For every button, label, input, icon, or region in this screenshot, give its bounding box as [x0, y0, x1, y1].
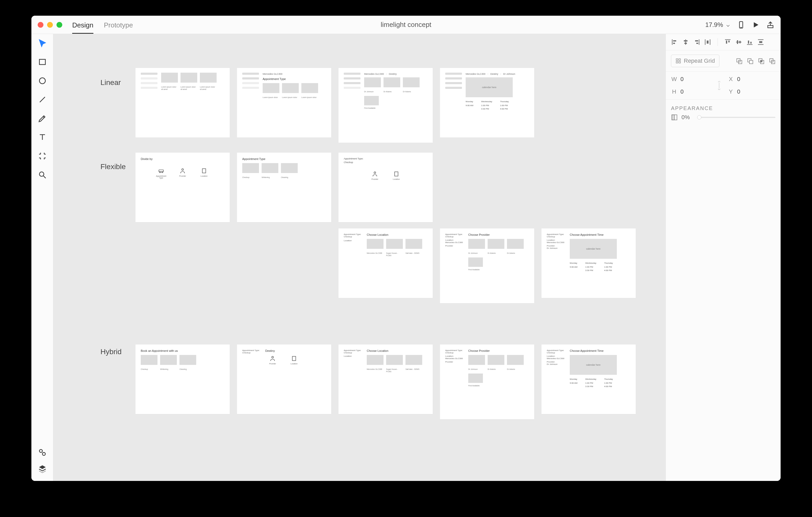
- svg-rect-49: [676, 61, 678, 63]
- boolean-subtract-icon[interactable]: [747, 58, 753, 64]
- svg-rect-14: [202, 169, 206, 173]
- boolean-exclude-icon[interactable]: [768, 58, 775, 64]
- svg-point-12: [162, 172, 163, 173]
- align-vcenter-icon[interactable]: [735, 38, 743, 46]
- svg-rect-50: [679, 61, 680, 63]
- artboard-tool-icon[interactable]: [38, 152, 47, 160]
- svg-point-9: [42, 452, 45, 455]
- artboard-linear-2[interactable]: Mercedes GLC300 Appointment Type Lorem i…: [237, 68, 331, 138]
- layers-icon[interactable]: [38, 464, 47, 473]
- section-label-linear: Linear: [100, 79, 121, 87]
- mode-tabs: Design Prototype: [72, 16, 133, 34]
- svg-rect-2: [768, 25, 773, 28]
- tab-design[interactable]: Design: [72, 21, 93, 34]
- svg-point-6: [39, 172, 44, 176]
- artboard-flex-2[interactable]: Appointment Type CheckupWhiteningCleanin…: [237, 153, 331, 222]
- artboard-flex-1[interactable]: Divide by Appointment Type Provider Loca…: [136, 153, 230, 222]
- crumb: Mercedes GLC300: [263, 73, 283, 75]
- svg-rect-28: [684, 42, 687, 44]
- y-field[interactable]: Y0: [728, 88, 776, 95]
- width-field[interactable]: W0: [671, 76, 719, 83]
- align-hcenter-icon[interactable]: [682, 38, 689, 46]
- line-tool-icon[interactable]: [38, 95, 47, 104]
- play-icon[interactable]: [752, 21, 760, 29]
- close-icon[interactable]: [38, 22, 44, 28]
- svg-rect-39: [737, 40, 738, 44]
- zoom-control[interactable]: 17.9%: [705, 21, 730, 29]
- boolean-union-icon[interactable]: [735, 58, 743, 64]
- lock-aspect-icon[interactable]: [717, 81, 722, 90]
- svg-rect-41: [747, 44, 753, 45]
- svg-point-4: [39, 78, 45, 84]
- align-left-icon[interactable]: [671, 38, 678, 46]
- zoom-icon[interactable]: [57, 22, 62, 28]
- titlebar: Design Prototype limelight concept 17.9%: [31, 16, 781, 34]
- svg-rect-35: [725, 39, 731, 40]
- artboard-linear-4[interactable]: Mercedes GLC300›Destiny›Dr Johnson calen…: [440, 68, 534, 138]
- window-controls: [38, 22, 62, 28]
- svg-rect-42: [748, 40, 749, 44]
- align-bottom-icon[interactable]: [746, 38, 753, 46]
- height-field[interactable]: H0: [671, 88, 719, 95]
- document-title: limelight concept: [381, 21, 431, 29]
- svg-rect-36: [726, 40, 727, 44]
- minimize-icon[interactable]: [47, 22, 53, 28]
- distribute-h-icon[interactable]: [704, 38, 711, 46]
- svg-rect-45: [758, 44, 763, 45]
- svg-rect-48: [679, 59, 680, 60]
- rectangle-tool-icon[interactable]: [38, 58, 47, 66]
- svg-rect-46: [759, 41, 762, 43]
- x-field[interactable]: X0: [728, 76, 776, 83]
- artboard-flex-4[interactable]: Appointment Type: Checkup Location Choos…: [339, 229, 433, 298]
- svg-rect-57: [760, 60, 762, 62]
- appearance-heading: APPEARANCE: [666, 99, 781, 114]
- car-icon: [158, 167, 165, 174]
- artboard-hybrid-3[interactable]: Appointment Type:CheckupLocation Choose …: [339, 344, 433, 414]
- opacity-slider[interactable]: [699, 117, 775, 118]
- artboard-hybrid-5[interactable]: Appointment Type:CheckupLocation:Mercede…: [542, 344, 636, 414]
- svg-rect-47: [676, 59, 678, 60]
- svg-point-8: [39, 450, 42, 452]
- ellipse-tool-icon[interactable]: [38, 76, 47, 85]
- svg-line-5: [40, 97, 45, 102]
- align-top-icon[interactable]: [724, 38, 731, 46]
- svg-point-21: [272, 356, 273, 358]
- svg-rect-30: [695, 40, 698, 41]
- card-title: Appointment Type: [263, 78, 318, 81]
- artboard-flex-6[interactable]: Appointment Type: Checkup Location: Merc…: [542, 229, 636, 298]
- svg-point-13: [182, 169, 184, 171]
- tab-prototype[interactable]: Prototype: [104, 21, 133, 34]
- artboard-hybrid-2[interactable]: Appointment Type:Checkup Destiny Provide…: [237, 344, 331, 414]
- assets-icon[interactable]: [38, 448, 47, 457]
- artboard-hybrid-1[interactable]: Book an Appointment with us CheckupWhite…: [136, 344, 230, 414]
- person-icon: [269, 355, 276, 362]
- svg-rect-29: [699, 39, 699, 45]
- svg-point-11: [160, 172, 161, 173]
- canvas[interactable]: Linear Lorem ipsum dolor sit ametLorem i…: [53, 34, 666, 481]
- repeat-grid-button[interactable]: Repeat Grid: [671, 55, 719, 67]
- zoom-tool-icon[interactable]: [38, 171, 47, 179]
- svg-rect-60: [772, 60, 773, 62]
- align-right-icon[interactable]: [693, 38, 700, 46]
- artboard-linear-1[interactable]: Lorem ipsum dolor sit ametLorem ipsum do…: [136, 68, 230, 138]
- slider-knob[interactable]: [697, 115, 701, 119]
- distribute-v-icon[interactable]: [757, 38, 764, 46]
- pen-tool-icon[interactable]: [38, 114, 47, 123]
- svg-rect-32: [705, 39, 705, 45]
- select-tool-icon[interactable]: [38, 39, 47, 48]
- svg-rect-37: [728, 40, 730, 42]
- artboard-flex-3[interactable]: Appointment Type: Checkup Provider Locat…: [339, 153, 433, 222]
- artboard-hybrid-4[interactable]: Appointment Type:CheckupLocation:Mercede…: [440, 344, 534, 419]
- svg-rect-24: [673, 40, 676, 41]
- device-preview-icon[interactable]: [737, 21, 745, 29]
- boolean-intersect-icon[interactable]: [758, 58, 764, 64]
- align-row: [666, 34, 781, 51]
- artboard-flex-5[interactable]: Appointment Type: Checkup Location: Merc…: [440, 229, 534, 303]
- zoom-value: 17.9%: [705, 21, 723, 29]
- text-tool-icon[interactable]: [38, 133, 47, 142]
- share-icon[interactable]: [766, 21, 774, 29]
- svg-line-7: [44, 176, 46, 178]
- svg-rect-34: [707, 40, 709, 44]
- opacity-value[interactable]: 0%: [682, 114, 696, 121]
- artboard-linear-3[interactable]: Mercedes GLC300›Destiny Dr JohnsonDr Ada…: [339, 68, 433, 143]
